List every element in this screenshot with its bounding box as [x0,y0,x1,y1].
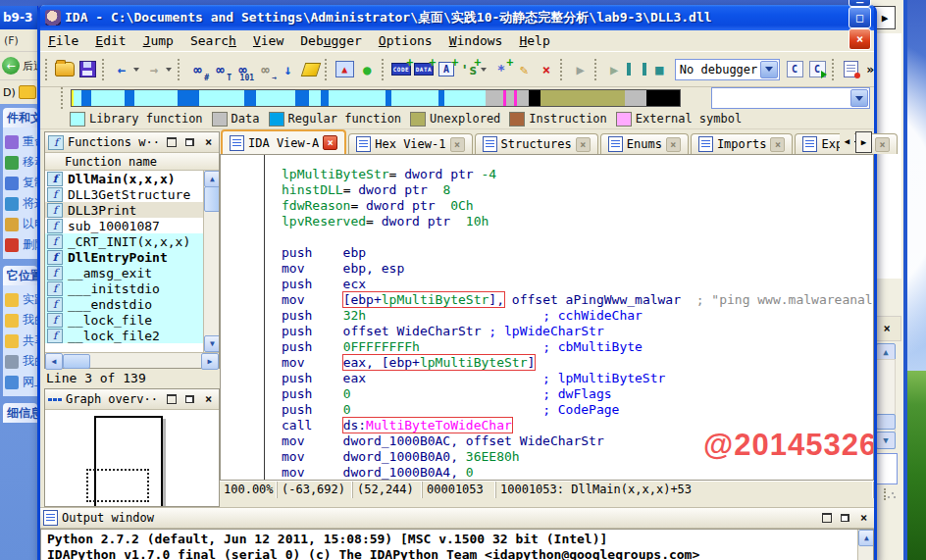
task-pane-header[interactable]: 细信息 [3,403,37,423]
disassembly-line[interactable]: push 0 ; CodePage [282,402,873,418]
disassembly-view[interactable]: lpMultiByteStr= dword ptr -4hinstDLL= dw… [220,154,874,481]
chevron-down-icon[interactable] [850,89,868,107]
navigation-band[interactable] [71,89,681,107]
task-pane-item[interactable]: 以电 文件 [5,214,37,234]
disassembly-line[interactable] [282,229,873,245]
explorer-menubar[interactable]: (F) [0,29,37,52]
tab-ida-view-a[interactable]: IDA View-A× [221,129,346,154]
panel-maximize-button[interactable] [164,135,179,149]
panel-close-button[interactable]: × [201,135,216,149]
tab-hex-view-1[interactable]: Hex View-1× [348,133,472,154]
toolbar-grip[interactable] [45,59,50,80]
graph-overview-canvas[interactable] [45,410,219,506]
tab-scroll-left-button[interactable]: ◀ [840,131,854,151]
scrollbar-thumb[interactable] [204,186,219,212]
tab-close-icon[interactable]: × [875,137,890,152]
function-row[interactable]: f___initstdio [45,280,219,296]
disassembly-line[interactable]: mov ebp, esp [282,261,873,277]
disassembly-line[interactable]: push ecx [282,277,873,292]
disassembly-line[interactable]: hinstDLL= dword ptr 8 [282,182,873,198]
problem-list-button[interactable]: ▲ [334,58,356,81]
make-name-button[interactable]: A+ [435,58,457,81]
bg-window-input[interactable] [874,453,898,484]
navigate-back-button[interactable]: ← [110,58,132,81]
scroll-up-icon[interactable]: ▲ [858,530,874,546]
scripts-button[interactable] [840,58,862,81]
function-row[interactable]: f___endstdio [45,296,219,312]
menu-item-jump[interactable]: Jump [143,33,174,48]
scroll-right-icon[interactable]: ▶ [201,353,219,370]
function-row[interactable]: f__lock_file [45,312,219,328]
name-combobox[interactable] [711,87,870,109]
debugger-select[interactable]: No debugger [675,59,780,80]
task-pane-item[interactable]: 删除 [5,234,37,255]
panel-maximize-button[interactable] [164,392,179,406]
minimize-button[interactable]: _ [849,0,871,7]
tab-close-icon[interactable]: × [450,137,465,152]
disassembly-line[interactable]: mov dword_1000B0A4, 0 [282,465,873,481]
chevron-down-icon[interactable] [166,68,172,72]
undefine-button[interactable]: × [535,58,557,81]
chevron-down-icon[interactable] [481,68,487,72]
output-vscrollbar[interactable]: ▲ [857,530,873,560]
jump-down-button[interactable]: ↓ [277,58,299,81]
debug-pause-button[interactable] [626,58,648,81]
edit-comment-button[interactable]: ✎ [512,58,535,81]
panel-maximize-button[interactable] [819,511,834,525]
task-pane-item[interactable]: 重命 [5,131,37,152]
ida-titlebar[interactable]: IDA - C:\Documents and Settings\Administ… [40,5,874,30]
function-row[interactable]: f__amsg_exit [45,265,219,280]
task-pane-item[interactable]: 网上 [5,372,37,392]
panel-restore-button[interactable] [182,135,197,149]
menu-item-file[interactable]: File [48,33,78,48]
maximize-button[interactable]: □ [849,7,871,28]
disassembly-line[interactable]: push eax ; lpMultiByteStr [282,371,873,386]
step-trace-button[interactable]: C [784,58,806,81]
disassembly-line[interactable]: mov eax, [ebp+lpMultiByteStr] [282,355,873,371]
run-state-indicator[interactable]: ● [356,58,379,81]
jump-to-address-button[interactable]: ∞# [186,58,209,81]
panel-close-button[interactable]: × [856,511,871,525]
tab-enums[interactable]: Enums× [600,133,689,154]
make-array-button[interactable]: *+ [489,58,512,81]
task-pane-item[interactable]: 我的 [5,351,37,372]
run-to-cursor-button[interactable]: C [806,58,829,81]
scroll-left-icon[interactable]: ◀ [45,353,63,370]
disassembly-line[interactable]: push offset WideCharStr ; lpWideCharStr [282,324,873,339]
tab-close-icon[interactable]: × [666,137,681,152]
jump-by-name-button[interactable]: ∞T [209,58,232,81]
menu-item-view[interactable]: View [253,33,283,48]
tab-close-icon[interactable]: × [770,137,785,152]
functions-window-titlebar[interactable]: f Functions w··· × [45,132,219,153]
make-code-button[interactable]: CODE+ [389,58,412,81]
tab-close-icon[interactable]: × [323,135,337,150]
panel-restore-button[interactable] [182,392,197,406]
navigate-forward-button[interactable]: → [142,58,165,81]
task-pane-item[interactable]: 共享 [5,331,37,351]
disassembly-line[interactable]: push 32h ; cchWideChar [282,308,873,324]
task-pane-item[interactable]: 移动 [5,152,37,173]
function-row[interactable]: f_CRT_INIT(x,x,x) [45,233,219,249]
disassembly-line[interactable]: lpvReserved= dword ptr 10h [282,214,873,229]
task-pane-item[interactable]: 我的 [5,310,37,331]
back-button-label[interactable]: 后退 [23,59,37,74]
function-row[interactable]: fDllMain(x,x,x) [45,171,219,186]
menu-item-edit[interactable]: Edit [95,33,126,48]
panel-restore-button[interactable] [838,511,852,525]
bg-window-resize-grip[interactable] [884,488,898,500]
task-pane-header[interactable]: 件和文 [3,108,37,127]
debug-start-button[interactable]: ▶ [603,58,626,81]
disassembly-line[interactable]: mov [ebp+lpMultiByteStr], offset aPingWw… [282,292,873,308]
toolbar-overflow-button[interactable]: » [866,62,874,76]
functions-vscrollbar[interactable]: ▲ ▼ [203,171,219,352]
task-pane-item[interactable]: 将这 [5,193,37,214]
highlight-lock-button[interactable] [299,58,322,81]
scroll-down-icon[interactable]: ▼ [204,335,219,352]
chevron-down-icon[interactable] [760,61,778,78]
panel-close-button[interactable]: × [201,392,216,406]
bg-window-scroll-right-button[interactable]: ▶ [874,6,896,29]
bg-window-close-icon[interactable]: × [883,324,890,333]
scroll-up-icon[interactable]: ▲ [204,171,219,187]
bg-scrollbar-thumb[interactable] [876,414,896,430]
menu-item-help[interactable]: Help [519,33,549,48]
